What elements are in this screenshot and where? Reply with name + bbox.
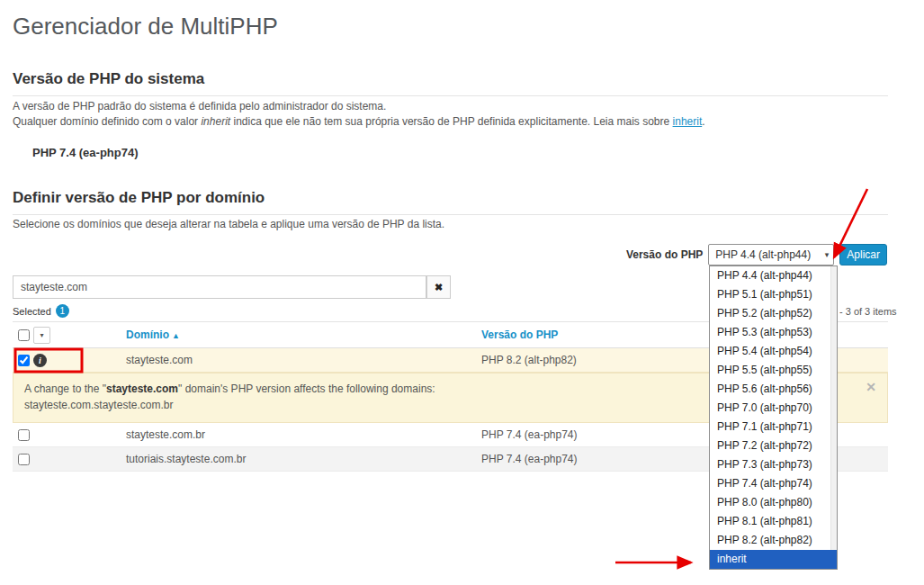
dropdown-option[interactable]: PHP 7.0 (alt-php70) bbox=[710, 399, 837, 418]
php-version-selected-value: PHP 4.4 (alt-php44) bbox=[715, 248, 811, 261]
row-selection-cell bbox=[13, 429, 113, 441]
close-icon[interactable]: ✕ bbox=[866, 379, 876, 395]
description-line-2: Qualquer domínio definido com o valor in… bbox=[13, 114, 888, 130]
dropdown-option[interactable]: PHP 4.4 (alt-php44) bbox=[710, 266, 837, 285]
description-text: . bbox=[702, 115, 704, 128]
dropdown-option[interactable]: PHP 7.1 (alt-php71) bbox=[710, 418, 837, 436]
column-header-domain-label: Domínio bbox=[126, 328, 169, 341]
php-version-controls: Versão do PHP PHP 4.4 (alt-php44) ▾ Apli… bbox=[626, 244, 887, 266]
sort-asc-icon: ▲ bbox=[172, 331, 180, 340]
dropdown-option[interactable]: PHP 5.5 (alt-php55) bbox=[710, 361, 837, 380]
description-text: indica que ele não tem sua própria versã… bbox=[230, 115, 672, 128]
inherit-term: inherit bbox=[201, 115, 230, 128]
php-version-label: Versão do PHP bbox=[626, 248, 703, 261]
php-version-select[interactable]: PHP 4.4 (alt-php44) ▾ bbox=[708, 244, 834, 266]
items-count: - 3 of 3 items bbox=[839, 306, 897, 317]
column-header-domain[interactable]: Domínio▲ bbox=[113, 328, 470, 341]
dropdown-option[interactable]: PHP 7.2 (alt-php72) bbox=[710, 436, 837, 455]
description-text: Qualquer domínio definido com o valor bbox=[13, 115, 201, 128]
select-all-checkbox[interactable] bbox=[18, 329, 30, 341]
apply-button[interactable]: Aplicar bbox=[839, 244, 887, 266]
dropdown-option[interactable]: PHP 5.6 (alt-php56) bbox=[710, 380, 837, 399]
selected-label: Selected bbox=[13, 306, 51, 317]
description-line-1: A versão de PHP padrão do sistema é defi… bbox=[13, 99, 888, 114]
row-checkbox[interactable] bbox=[18, 355, 30, 366]
dropdown-option[interactable]: PHP 5.3 (alt-php53) bbox=[710, 323, 837, 342]
inherit-link[interactable]: inherit bbox=[673, 115, 703, 128]
domain-cell: stayteste.com.br bbox=[113, 428, 470, 441]
selected-count-badge: 1 bbox=[56, 304, 69, 318]
warning-text: " domain's PHP version affects the follo… bbox=[178, 382, 435, 395]
selection-summary: Selected 1 bbox=[13, 304, 69, 318]
dropdown-option[interactable]: PHP 7.3 (alt-php73) bbox=[710, 455, 837, 474]
row-selection-cell: i bbox=[13, 354, 113, 367]
dropdown-option-inherit[interactable]: inherit bbox=[710, 550, 837, 569]
dropdown-option[interactable]: PHP 8.0 (alt-php80) bbox=[710, 493, 837, 512]
column-header-php-version-label: Versão do PHP bbox=[481, 328, 558, 341]
per-domain-heading: Definir versão de PHP por domínio bbox=[13, 189, 888, 215]
php-version-dropdown: PHP 4.4 (alt-php44) PHP 5.1 (alt-php51) … bbox=[709, 266, 838, 570]
dropdown-option[interactable]: PHP 7.4 (alt-php74) bbox=[710, 474, 837, 493]
dropdown-option[interactable]: PHP 5.1 (alt-php51) bbox=[710, 285, 837, 304]
dropdown-scrollbar[interactable] bbox=[830, 266, 837, 550]
warning-text: A change to the " bbox=[24, 382, 106, 395]
system-php-heading: Versão de PHP do sistema bbox=[13, 70, 888, 96]
dropdown-option[interactable]: PHP 5.4 (alt-php54) bbox=[710, 342, 837, 361]
chevron-down-icon: ▾ bbox=[825, 250, 830, 259]
row-checkbox[interactable] bbox=[18, 429, 30, 441]
selection-menu-button[interactable]: ▾ bbox=[33, 327, 50, 344]
dropdown-option[interactable]: PHP 8.1 (alt-php81) bbox=[710, 512, 837, 531]
domain-search-input[interactable] bbox=[13, 275, 426, 299]
multiphp-manager-page: Gerenciador de MultiPHP Versão de PHP do… bbox=[0, 0, 924, 585]
caret-down-icon: ▾ bbox=[40, 331, 43, 339]
per-domain-description: Selecione os domínios que deseja alterar… bbox=[13, 218, 444, 230]
row-checkbox[interactable] bbox=[18, 454, 30, 465]
system-php-version: PHP 7.4 (ea-php74) bbox=[32, 146, 139, 159]
dropdown-option[interactable]: PHP 5.2 (alt-php52) bbox=[710, 304, 837, 323]
domain-cell: tutoriais.stayteste.com.br bbox=[113, 453, 470, 465]
page-title: Gerenciador de MultiPHP bbox=[13, 13, 278, 40]
warning-domain: stayteste.com bbox=[106, 382, 178, 395]
system-php-description: A versão de PHP padrão do sistema é defi… bbox=[13, 99, 888, 130]
dropdown-option[interactable]: PHP 8.2 (alt-php82) bbox=[710, 531, 837, 550]
header-selection-cell: ▾ bbox=[13, 327, 113, 344]
row-selection-cell bbox=[13, 454, 113, 465]
domain-cell: stayteste.com bbox=[113, 354, 470, 366]
info-icon[interactable]: i bbox=[33, 354, 47, 367]
clear-search-button[interactable]: ✖ bbox=[426, 275, 451, 299]
